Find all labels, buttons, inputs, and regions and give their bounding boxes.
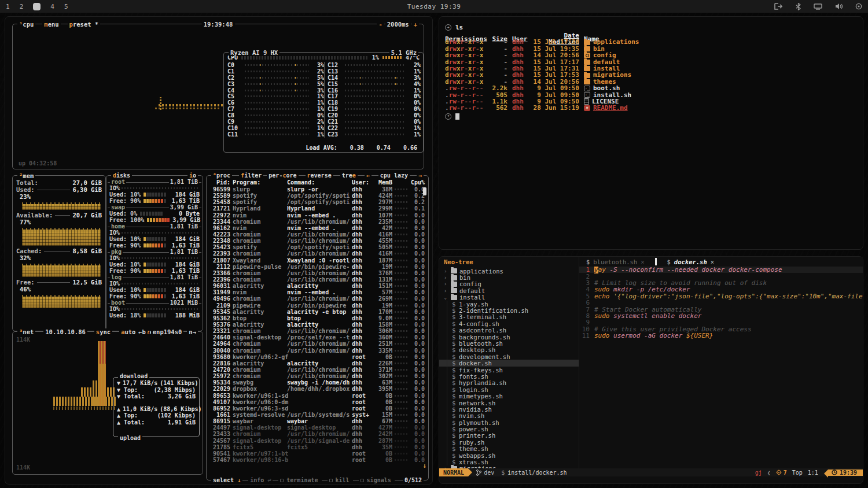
code-line-1[interactable]: 1yay -S --noconfirm --needed docker dock… <box>579 267 863 273</box>
volume-icon[interactable] <box>835 3 843 10</box>
proc-row[interactable]: 95362btopbtopdhh9.0M0.0 <box>209 315 426 321</box>
proc-row[interactable]: 22348chromium/usr/lib/chromium/dhh455M0.… <box>209 238 426 244</box>
net-next-iface[interactable]: n→ <box>187 328 198 335</box>
proc-row[interactable]: 22396chromium/usr/lib/chromium/dhh131M0.… <box>209 276 426 283</box>
tree-item-config[interactable]: ›config <box>439 281 579 287</box>
tree-item-backgrounds.sh[interactable]: $backgrounds.sh <box>439 334 579 340</box>
proc-row[interactable]: 22816alacrittyalacrittydhh226M0.0 <box>209 360 426 367</box>
proc-row[interactable]: 23321chromium/usr/lib/chromium/dhh306M0.… <box>209 328 426 334</box>
tree-item-2-identification.sh[interactable]: $2-identification.sh <box>439 307 579 313</box>
proc-row[interactable]: 31949nvimnvim --embed .dhh57M0.0 <box>209 289 426 295</box>
proc-row[interactable]: 24720chromium/usr/lib/chromium/dhh371M0.… <box>209 367 426 373</box>
proc-row[interactable]: 2112pipewire-pulse/usr/bin/pipewire-dhh1… <box>209 264 426 270</box>
proc-row[interactable]: 22972nvimnvim --embed .dhh107M0.0 <box>209 212 426 219</box>
proc-next-sort[interactable]: → <box>417 172 424 179</box>
tree-item-mimetypes.sh[interactable]: $mimetypes.sh <box>439 393 579 399</box>
tree-item-4-config.sh[interactable]: $4-config.sh <box>439 320 579 327</box>
proc-row[interactable]: 30040chromium/usr/lib/chromium/dhh335M0.… <box>209 347 426 354</box>
proc-signals-button[interactable]: signals <box>359 477 395 483</box>
proc-row[interactable]: 96599slurpslurp -ordhh38M0.0 <box>209 186 426 193</box>
disks-io-toggle[interactable]: io <box>187 172 198 179</box>
tree-item-plymouth.sh[interactable]: $plymouth.sh <box>439 419 579 426</box>
proc-row[interactable]: 2109pipewire/usr/bin/pipewiredhh19M0.0 <box>209 302 426 309</box>
network-icon[interactable] <box>814 3 822 10</box>
proc-row[interactable]: 86952kworker/u96:3-sdroot0B0.0 <box>209 405 426 412</box>
interval-minus-button[interactable]: - <box>377 21 384 28</box>
tree-item-webapps.sh[interactable]: $webapps.sh <box>439 452 579 459</box>
proc-row[interactable]: 57467kworker/u98:16-broot0B0.0 <box>209 457 426 463</box>
proc-scrollbar[interactable] <box>423 187 426 195</box>
tree-item-bin[interactable]: ›bin <box>439 274 579 280</box>
proc-col-Command:[interactable]: Command: <box>287 179 350 186</box>
proc-col-graph[interactable] <box>395 179 407 186</box>
proc-row[interactable]: 42223chromium/usr/lib/chromium/dhh416M0.… <box>209 231 426 238</box>
proc-tree-toggle[interactable]: tree <box>340 172 358 179</box>
tree-item-network.sh[interactable]: $network.sh <box>439 400 579 406</box>
proc-row[interactable]: 22029dropbox/home/dhh/.dropboxdhh395M0.0 <box>209 386 426 392</box>
proc-row[interactable]: 21721HyprlandHyprlanddhh299M0.1 <box>209 205 426 212</box>
proc-info-button[interactable]: info ⏎ <box>248 477 273 483</box>
code-line-5[interactable]: 5echo '{"log-driver":"json-file","log-op… <box>579 293 863 300</box>
tab-docker.sh[interactable]: $docker.sh× <box>660 257 722 267</box>
proc-row[interactable]: 95345alacrittyalacritty -e btopdhh170M0.… <box>209 309 426 315</box>
tree-item-desktop.sh[interactable]: $desktop.sh <box>439 347 579 353</box>
tree-item-theme.sh[interactable]: $theme.sh <box>439 446 579 452</box>
tree-item-default[interactable]: ›default <box>439 287 579 294</box>
proc-row[interactable]: 24640signal-desktop/proc/self/exe --tdhh… <box>209 334 426 341</box>
proc-row[interactable]: 96031alacrittyalacrittydhh151M0.0 <box>209 283 426 289</box>
cpu-box-title[interactable]: ¹cpu <box>17 21 35 28</box>
proc-row[interactable]: 25423spotify/opt/spotify/spotidhh505M0.0 <box>209 244 426 250</box>
proc-row[interactable]: 25458spotify/opt/spotify/spotidhh297M0.2 <box>209 199 426 205</box>
proc-row[interactable]: 49496chromium/usr/lib/chromium/dhh269M0.… <box>209 295 426 302</box>
proc-row[interactable]: 25972chromium/usr/lib/chromium/dhh302M0.… <box>209 373 426 379</box>
bluetooth-icon[interactable] <box>796 3 801 10</box>
editor-buffer[interactable]: 1yay -S --noconfirm --needed docker dock… <box>579 267 863 468</box>
proc-row[interactable]: 24567signal-desktop/usr/lib/signal-dedhh… <box>209 437 426 443</box>
tab-bluetooth.sh[interactable]: $bluetooth.sh× <box>579 257 652 267</box>
tab-close-icon[interactable]: × <box>641 258 644 265</box>
tree-item-fonts.sh[interactable]: $fonts.sh <box>439 373 579 379</box>
tree-item-login.sh[interactable]: $login.sh <box>439 386 579 393</box>
tree-item-hyprlandia.sh[interactable]: $hyprlandia.sh <box>439 380 579 386</box>
proc-row[interactable]: 1661systemd-resolve/usr/lib/systemd/ssys… <box>209 412 426 418</box>
tree-item-nvim.sh[interactable]: $nvim.sh <box>439 413 579 419</box>
proc-col-User:[interactable]: User: <box>352 179 370 186</box>
proc-col-Cpu%[interactable]: Cpu% <box>410 179 425 186</box>
tree-item-asdcontrol.sh[interactable]: $asdcontrol.sh <box>439 327 579 334</box>
settings-icon[interactable] <box>855 3 862 10</box>
proc-row[interactable]: 21807XwaylandXwayland :0 -rootldhh187M0.… <box>209 257 426 264</box>
proc-filter-button[interactable]: filter <box>239 172 263 179</box>
tree-item-install[interactable]: ⌄install <box>439 294 579 301</box>
proc-row[interactable]: 22393chromium/usr/lib/chromium/dhh416M0.… <box>209 250 426 257</box>
code-line-8[interactable]: 8sudo systemctl enable docker <box>579 313 863 319</box>
proc-box-title[interactable]: ⁴proc <box>211 172 232 179</box>
logout-icon[interactable] <box>774 3 783 10</box>
tree-item-docker.sh[interactable]: $docker.sh <box>439 360 579 366</box>
proc-row[interactable]: 23344chromium/usr/lib/chromium/dhh235M0.… <box>209 219 426 225</box>
proc-row[interactable]: 90541kworker/u97:1-btroot0B0.0 <box>209 450 426 457</box>
proc-per-core-toggle[interactable]: per-core <box>267 172 298 179</box>
interval-plus-button[interactable]: + <box>412 21 419 28</box>
tree-item-3-terminal.sh[interactable]: $3-terminal.sh <box>439 314 579 320</box>
proc-row[interactable]: 25589spotify/opt/spotify/spotidhh424M0.2 <box>209 193 426 199</box>
proc-kill-button[interactable]: kill <box>328 477 353 483</box>
tree-item-nvidia.sh[interactable]: $nvidia.sh <box>439 406 579 412</box>
proc-row[interactable]: 89653kworker/u96:1-sdroot0B0.0 <box>209 393 426 399</box>
proc-col-MemB[interactable]: MemB <box>373 179 392 186</box>
mem-box-title[interactable]: ²mem <box>17 172 35 179</box>
tree-item-1-yay.sh[interactable]: $1-yay.sh <box>439 301 579 307</box>
proc-col-Pid:[interactable]: Pid: <box>209 179 230 186</box>
proc-row[interactable]: 21785fcitx5fcitx5dhh35M0.0 <box>209 444 426 450</box>
tree-item-power.sh[interactable]: $power.sh <box>439 426 579 432</box>
prompt-line-2[interactable]: ➔ <box>445 113 857 120</box>
net-prev-iface[interactable]: ←b <box>137 328 148 335</box>
tree-item-fix-fkeys.sh[interactable]: $fix-fkeys.sh <box>439 367 579 373</box>
proc-row[interactable]: 23433chromium/usr/lib/chromium/dhh242M0.… <box>209 431 426 437</box>
proc-reverse-toggle[interactable]: reverse <box>306 172 333 179</box>
proc-terminate-button[interactable]: terminate <box>278 477 321 483</box>
tree-item-development.sh[interactable]: $development.sh <box>439 353 579 360</box>
proc-row[interactable]: 93680kworker/u96:2-gfroot0B0.0 <box>209 354 426 360</box>
net-auto-toggle[interactable]: auto <box>119 328 137 335</box>
proc-prev-sort[interactable]: ← <box>365 172 372 179</box>
code-line-11[interactable]: 11sudo usermod -aG docker ${USER} <box>579 332 863 339</box>
